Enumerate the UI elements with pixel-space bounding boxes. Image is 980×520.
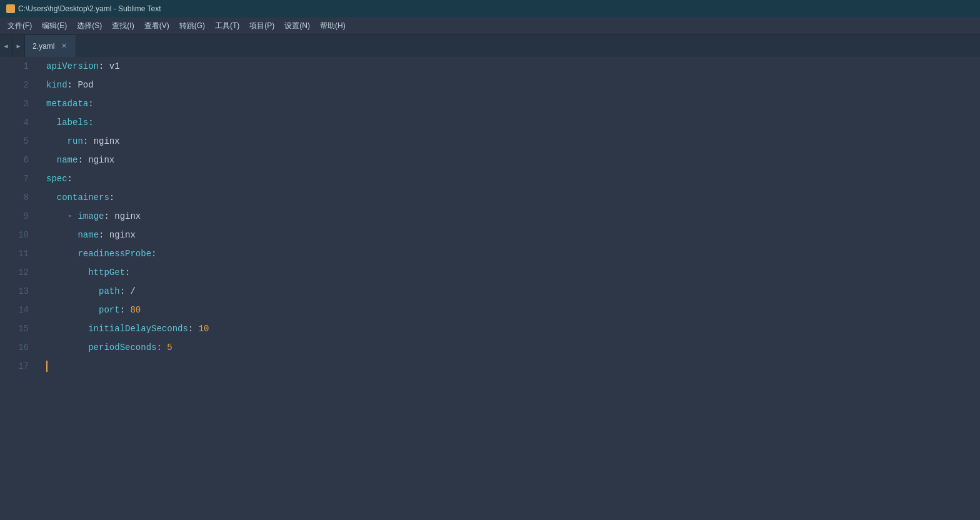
tab-next-button[interactable]: ▶ <box>12 35 25 57</box>
line-num-11: 11 <box>5 244 29 263</box>
line-num-5: 5 <box>5 132 29 151</box>
line-num-12: 12 <box>5 263 29 282</box>
menu-settings[interactable]: 设置(N) <box>279 18 315 34</box>
code-line-1: apiVersion: v1 <box>46 57 980 76</box>
code-line-9: - image: nginx <box>46 207 980 226</box>
line-num-15: 15 <box>5 319 29 338</box>
menu-goto[interactable]: 转跳(G) <box>174 18 210 34</box>
code-line-2: kind: Pod <box>46 76 980 94</box>
code-line-5: run: nginx <box>46 132 980 151</box>
title-bar: C:\Users\hg\Desktop\2.yaml - Sublime Tex… <box>0 0 980 18</box>
code-line-7: spec: <box>46 169 980 188</box>
code-line-13: path: / <box>46 282 980 301</box>
menu-bar: 文件(F) 编辑(E) 选择(S) 查找(I) 查看(V) 转跳(G) 工具(T… <box>0 18 980 35</box>
line-numbers: 1 2 3 4 5 6 7 8 9 10 11 12 13 14 15 16 1… <box>0 57 36 520</box>
menu-project[interactable]: 项目(P) <box>244 18 279 34</box>
window-title: C:\Users\hg\Desktop\2.yaml - Sublime Tex… <box>18 4 161 13</box>
line-num-17: 17 <box>5 357 29 376</box>
line-num-9: 9 <box>5 207 29 226</box>
code-line-16: periodSeconds: 5 <box>46 338 980 357</box>
menu-help[interactable]: 帮助(H) <box>315 18 351 34</box>
menu-tools[interactable]: 工具(T) <box>210 18 244 34</box>
line-num-3: 3 <box>5 94 29 113</box>
editor-area: 1 2 3 4 5 6 7 8 9 10 11 12 13 14 15 16 1… <box>0 57 980 520</box>
line-num-8: 8 <box>5 188 29 207</box>
tab-2yaml[interactable]: 2.yaml ✕ <box>25 35 76 57</box>
code-line-15: initialDelaySeconds: 10 <box>46 319 980 338</box>
code-line-3: metadata: <box>46 94 980 113</box>
menu-file[interactable]: 文件(F) <box>2 18 37 34</box>
code-line-10: name: nginx <box>46 226 980 244</box>
tab-prev-button[interactable]: ◀ <box>0 35 12 57</box>
code-line-12: httpGet: <box>46 263 980 282</box>
menu-edit[interactable]: 编辑(E) <box>37 18 72 34</box>
app-icon <box>6 4 15 13</box>
code-line-14: port: 80 <box>46 301 980 319</box>
line-num-13: 13 <box>5 282 29 301</box>
text-cursor <box>46 361 48 372</box>
line-num-2: 2 <box>5 76 29 94</box>
menu-select[interactable]: 选择(S) <box>72 18 107 34</box>
tab-filename: 2.yaml <box>32 42 54 51</box>
code-line-11: readinessProbe: <box>46 244 980 263</box>
code-line-8: containers: <box>46 188 980 207</box>
menu-view[interactable]: 查看(V) <box>139 18 174 34</box>
code-line-17 <box>46 357 980 376</box>
line-num-6: 6 <box>5 151 29 169</box>
line-num-7: 7 <box>5 169 29 188</box>
line-num-1: 1 <box>5 57 29 76</box>
code-line-4: labels: <box>46 113 980 132</box>
tab-close-button[interactable]: ✕ <box>59 42 68 51</box>
code-editor[interactable]: apiVersion: v1 kind: Pod metadata: label… <box>36 57 980 520</box>
line-num-10: 10 <box>5 226 29 244</box>
line-num-16: 16 <box>5 338 29 357</box>
menu-find[interactable]: 查找(I) <box>107 18 139 34</box>
line-num-14: 14 <box>5 301 29 319</box>
code-line-6: name: nginx <box>46 151 980 169</box>
line-num-4: 4 <box>5 113 29 132</box>
tab-bar: ◀ ▶ 2.yaml ✕ <box>0 35 980 57</box>
